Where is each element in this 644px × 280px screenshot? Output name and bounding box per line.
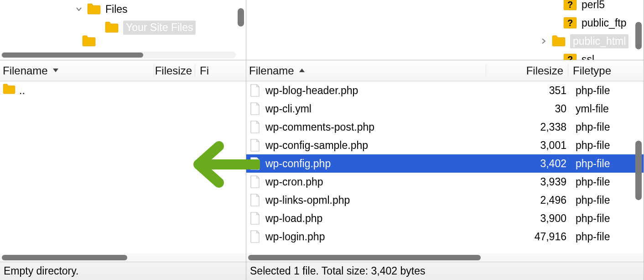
filesize: 3,939: [489, 176, 571, 188]
file-icon: [250, 121, 260, 133]
column-label: Filename: [249, 64, 294, 77]
tree-item-partial[interactable]: [0, 35, 246, 48]
list-item[interactable]: wp-comments-post.php2,338php-file: [246, 118, 644, 136]
column-label: Filename: [3, 64, 48, 77]
local-pane: Files Your Site Files Filename Fil: [0, 0, 246, 280]
unknown-folder-icon: [563, 17, 577, 29]
horizontal-scrollbar-track[interactable]: [0, 254, 246, 262]
filesize: 47,916: [489, 231, 571, 243]
tree-label: public_html: [570, 34, 628, 48]
filetype: php-file: [571, 85, 626, 97]
vertical-scrollbar[interactable]: [635, 141, 642, 200]
remote-columns: Filename Filesize Filetype: [246, 60, 644, 81]
tree-item-ssl[interactable]: ssl: [246, 50, 644, 60]
column-label: Filesize: [526, 64, 563, 77]
filesize: 30: [489, 103, 571, 115]
filesize: 2,338: [489, 121, 571, 133]
column-label: Fil: [200, 64, 209, 77]
filetype: php-file: [571, 212, 626, 225]
filetype: php-file: [571, 139, 626, 152]
tree-item-perl5[interactable]: perl5: [246, 0, 644, 14]
tree-item-public-html[interactable]: public_html: [246, 32, 644, 50]
file-icon: [250, 212, 260, 225]
filename: ..: [19, 85, 25, 97]
filename: wp-blog-header.php: [265, 85, 358, 97]
filesize: 3,001: [489, 139, 571, 152]
file-icon: [250, 194, 260, 206]
filetype: php-file: [571, 121, 626, 133]
file-icon: [250, 84, 260, 97]
filename: wp-cli.yml: [265, 103, 312, 115]
filetype: php-file: [571, 231, 626, 243]
filesize: 3,900: [489, 212, 571, 225]
local-file-list[interactable]: ..: [0, 81, 246, 254]
column-filesize[interactable]: Filesize: [486, 64, 568, 77]
list-item[interactable]: wp-config.php3,402php-file: [246, 154, 644, 173]
tree-item-public-ftp[interactable]: public_ftp: [246, 14, 644, 32]
filename: wp-links-opml.php: [265, 194, 350, 206]
tree-label: ssl: [582, 53, 594, 61]
filename: wp-comments-post.php: [265, 121, 374, 133]
filesize: 2,496: [489, 194, 571, 206]
tree-label: Files: [105, 3, 128, 16]
horizontal-scrollbar-thumb[interactable]: [2, 255, 127, 260]
column-filetype[interactable]: Filetype: [568, 64, 623, 77]
list-item[interactable]: wp-login.php47,916php-file: [246, 227, 644, 246]
vertical-scrollbar[interactable]: [635, 22, 642, 49]
filetype: yml-file: [571, 103, 626, 115]
list-item[interactable]: wp-blog-header.php351php-file: [246, 81, 644, 100]
remote-file-list[interactable]: wp-blog-header.php351php-filewp-cli.yml3…: [246, 81, 644, 254]
tree-item-files[interactable]: Files: [0, 0, 246, 18]
local-columns: Filename Filesize Fil: [0, 60, 246, 81]
filetype: php-file: [571, 194, 626, 206]
filename: wp-config.php: [265, 158, 331, 170]
column-filesize[interactable]: Filesize: [154, 64, 195, 77]
list-item[interactable]: wp-load.php3,900php-file: [246, 209, 644, 227]
folder-icon: [552, 35, 566, 47]
file-icon: [250, 102, 260, 115]
column-filename[interactable]: Filename: [249, 64, 486, 77]
column-filetype[interactable]: Fil: [195, 64, 209, 77]
filesize: 351: [489, 85, 571, 97]
status-text: Selected 1 file. Total size: 3,402 bytes: [250, 265, 425, 277]
file-icon: [250, 230, 260, 243]
tree-item-your-site-files[interactable]: Your Site Files: [0, 18, 246, 37]
unknown-folder-icon: [563, 53, 577, 60]
tree-label: Your Site Files: [123, 21, 196, 35]
folder-icon: [82, 35, 96, 47]
filename: wp-load.php: [265, 212, 322, 225]
folder-icon: [87, 3, 101, 15]
filesize: 3,402: [489, 158, 571, 170]
filename: wp-cron.php: [265, 176, 323, 188]
horizontal-scrollbar-thumb[interactable]: [2, 53, 143, 58]
list-item[interactable]: wp-config-sample.php3,001php-file: [246, 136, 644, 154]
status-text: Empty directory.: [4, 265, 78, 277]
chevron-right-icon[interactable]: [540, 37, 547, 45]
folder-icon: [105, 21, 119, 33]
filetype: php-file: [571, 176, 626, 188]
horizontal-scrollbar-track[interactable]: [1, 52, 236, 58]
local-tree[interactable]: Files Your Site Files: [0, 0, 246, 60]
filename: wp-login.php: [265, 231, 325, 243]
tree-label: public_ftp: [582, 17, 626, 29]
file-icon: [250, 175, 260, 188]
list-item[interactable]: ..: [0, 81, 246, 100]
column-filename[interactable]: Filename: [3, 64, 154, 77]
remote-tree[interactable]: perl5public_ftppublic_htmlssl: [246, 0, 644, 60]
sort-desc-icon: [52, 64, 60, 77]
list-item[interactable]: wp-links-opml.php2,496php-file: [246, 191, 644, 209]
list-item[interactable]: wp-cron.php3,939php-file: [246, 173, 644, 191]
unknown-folder-icon: [563, 0, 577, 11]
tree-label: perl5: [582, 0, 605, 11]
list-item[interactable]: wp-cli.yml30yml-file: [246, 100, 644, 118]
remote-pane: perl5public_ftppublic_htmlssl Filename F…: [246, 0, 644, 280]
folder-icon: [3, 84, 16, 97]
file-icon: [250, 157, 260, 170]
sort-asc-icon: [298, 64, 306, 77]
local-status-bar: Empty directory.: [0, 262, 246, 280]
horizontal-scrollbar-thumb[interactable]: [248, 255, 481, 260]
filename: wp-config-sample.php: [265, 139, 368, 152]
chevron-down-icon[interactable]: [75, 5, 83, 13]
vertical-scrollbar[interactable]: [238, 8, 244, 26]
horizontal-scrollbar-track[interactable]: [246, 254, 644, 262]
